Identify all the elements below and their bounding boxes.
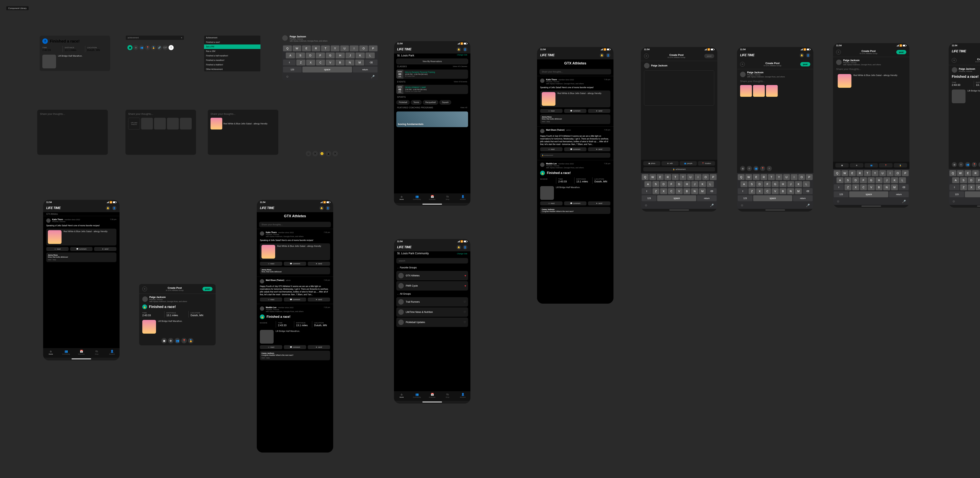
attach-plus-icon[interactable]: ⊕ (958, 162, 964, 167)
post-author[interactable]: Katie Thorn (546, 79, 557, 81)
notification-icon[interactable]: 🔔 (600, 53, 604, 57)
key-r[interactable]: R (856, 170, 863, 176)
key-u[interactable]: U (340, 46, 349, 51)
photo-icon[interactable]: ▣ (127, 45, 132, 50)
key-j[interactable]: J (788, 181, 794, 187)
nav-account[interactable]: 👤Account (104, 350, 119, 355)
group-news-nutrition[interactable]: LifeTime News & Nutrition♡ (396, 307, 468, 317)
key-l[interactable]: L (899, 177, 906, 183)
key-s[interactable]: S (652, 181, 659, 187)
key-c[interactable]: C (668, 188, 675, 194)
key-f[interactable]: F (764, 181, 771, 187)
change-club-link[interactable]: Change Club (457, 54, 467, 57)
key-r[interactable]: R (312, 46, 320, 51)
key-w[interactable]: W (649, 174, 656, 180)
key-w[interactable]: W (842, 170, 848, 176)
return-key[interactable]: return (697, 195, 717, 201)
post-button[interactable]: post (896, 50, 906, 54)
view-reservations-button[interactable]: View My Reservations (396, 59, 468, 64)
react-button[interactable]: ☺ react (260, 262, 282, 266)
post-button[interactable]: post (704, 54, 714, 58)
space-key[interactable]: space (302, 67, 352, 73)
location-icon[interactable]: 📍 (145, 45, 150, 50)
reaction-neutral[interactable]: 😐 (319, 151, 325, 156)
attach-plus-icon[interactable]: ⊕ (168, 338, 173, 343)
attach-people-button[interactable]: 👥 (865, 163, 878, 167)
photo-thumb[interactable] (180, 118, 192, 130)
close-button[interactable]: ✕ (142, 287, 147, 291)
comment-button[interactable]: 💬 comment (564, 109, 586, 113)
key-x[interactable]: X (756, 188, 763, 194)
key-v[interactable]: V (326, 60, 335, 65)
numbers-key[interactable]: 123 (283, 67, 302, 73)
key-y[interactable]: Y (331, 46, 339, 51)
key-p[interactable]: P (369, 46, 377, 51)
send-button[interactable]: ➤ send (588, 202, 610, 205)
chevron-down-icon[interactable]: ⌄ (397, 293, 399, 295)
key-u[interactable]: U (783, 174, 790, 180)
key-e[interactable]: E (849, 170, 856, 176)
dropdown-item-half-marathon[interactable]: Finished a half marathon! (204, 54, 261, 58)
key-v[interactable]: V (676, 188, 682, 194)
key-g[interactable]: G (868, 177, 875, 183)
key-j[interactable]: J (345, 52, 355, 59)
numbers-key[interactable]: 123 (738, 195, 752, 201)
key-h[interactable]: H (780, 181, 786, 187)
view-all-events[interactable]: View All Events (454, 81, 467, 83)
attach-medal-icon[interactable]: 🏅 (978, 162, 980, 167)
nav-account[interactable]: 👤Account (455, 195, 470, 200)
return-key[interactable]: return (353, 67, 377, 73)
shift-key[interactable]: ⇧ (950, 184, 959, 190)
key-a[interactable]: A (837, 177, 843, 183)
notification-icon[interactable]: 🔔 (320, 206, 324, 210)
group-pickleball[interactable]: Pickleball Updates♡ (396, 318, 468, 327)
key-q[interactable]: Q (642, 174, 649, 180)
key-t[interactable]: T (864, 170, 871, 176)
key-z[interactable]: Z (652, 188, 660, 194)
comment-button[interactable]: 💬 comment (564, 147, 586, 151)
class-card[interactable]: MON03JUL Intro to Dynamic Personal Train… (396, 70, 468, 79)
key-x[interactable]: X (852, 184, 859, 190)
key-f[interactable]: F (975, 177, 980, 183)
coaching-card[interactable]: boxing fundamentals (396, 111, 468, 127)
profile-icon[interactable]: 👤 (326, 206, 330, 210)
people-icon[interactable]: 👥 (139, 45, 144, 50)
key-r[interactable]: R (760, 174, 767, 180)
key-s[interactable]: S (296, 52, 305, 59)
react-button[interactable]: ☺ react (260, 298, 282, 302)
key-n[interactable]: N (691, 188, 698, 194)
key-d[interactable]: D (968, 177, 975, 183)
key-k[interactable]: K (699, 181, 706, 187)
attach-with-button[interactable]: ⊕ (850, 163, 863, 167)
key-t[interactable]: T (768, 174, 775, 180)
reaction-up[interactable]: ▲ (326, 151, 331, 156)
heart-outline-icon[interactable]: ♡ (463, 311, 466, 314)
key-m[interactable]: M (699, 188, 706, 194)
gif-icon[interactable]: GIF (163, 45, 168, 50)
key-d[interactable]: D (852, 177, 859, 183)
nav-schedule[interactable]: 📅Schedule (74, 350, 89, 355)
mic-key[interactable]: 🎤 (902, 200, 906, 203)
key-v[interactable]: V (868, 184, 875, 190)
key-x[interactable]: X (306, 60, 315, 65)
comment-button[interactable]: 💬 comment (284, 345, 306, 349)
key-q[interactable]: Q (950, 170, 956, 176)
delete-key[interactable]: ⌫ (365, 60, 377, 65)
composer-prompt[interactable]: Share your thoughts... (740, 80, 810, 83)
attach-achievement-button[interactable]: 🏅 achievement (643, 167, 715, 172)
event-card[interactable]: MON02JUL DEVELOPMENT CAMP 1:00 PM - 2:00… (396, 85, 468, 94)
mic-key[interactable]: 🎤 (806, 203, 810, 207)
compose-input[interactable]: Share your thoughts... (539, 69, 611, 75)
key-k[interactable]: K (891, 177, 898, 183)
compose-input[interactable]: Share your thoughts... (259, 222, 331, 227)
group-gtx-athletes[interactable]: GTX Athletes♥ (396, 271, 468, 280)
key-u[interactable]: U (879, 170, 886, 176)
post-author[interactable]: Matt Olson (Trainer) (266, 279, 284, 281)
react-button[interactable]: ☺ react (540, 109, 563, 113)
group-trail-runners[interactable]: Trail Runners♡ (396, 297, 468, 306)
key-a[interactable]: A (740, 181, 748, 187)
react-button[interactable]: ☺ react (540, 202, 563, 205)
sport-squash[interactable]: Squash (439, 100, 451, 105)
key-p[interactable]: P (806, 174, 813, 180)
photo-thumb[interactable] (753, 85, 765, 97)
